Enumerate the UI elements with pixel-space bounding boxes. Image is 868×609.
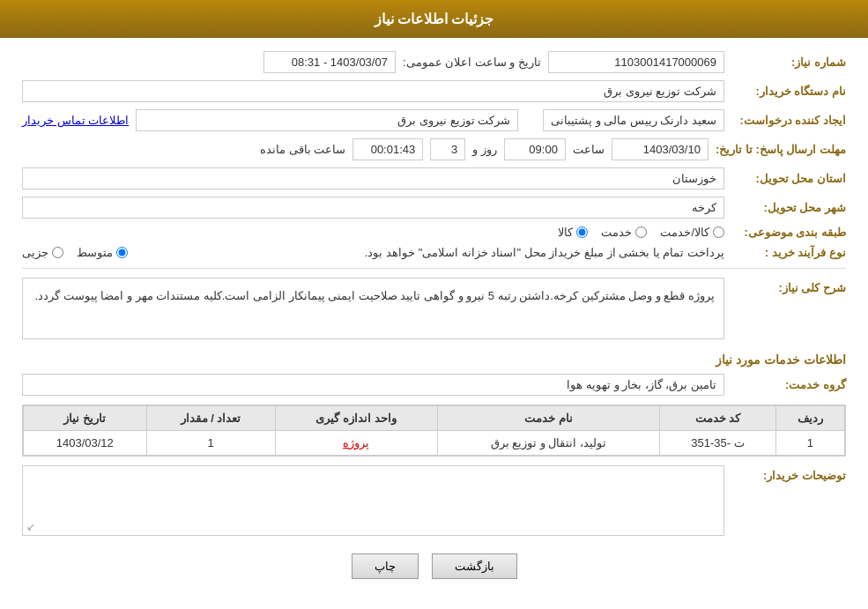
cell-unit: پروژه bbox=[275, 431, 437, 456]
province-row: استان محل تحویل: خوزستان bbox=[22, 167, 846, 189]
process-motavasset-label: متوسط bbox=[77, 246, 113, 259]
category-khedmat-item[interactable]: خدمت bbox=[601, 226, 647, 239]
announce-label: تاریخ و ساعت اعلان عمومی: bbox=[403, 56, 541, 69]
category-khedmat-radio[interactable] bbox=[635, 227, 647, 238]
col-code: کد خدمت bbox=[660, 406, 776, 431]
need-number-label: شماره نیاز: bbox=[731, 56, 846, 69]
service-group-label: گروه خدمت: bbox=[731, 378, 846, 391]
page-title: جزئیات اطلاعات نیاز bbox=[375, 11, 494, 26]
contact-link[interactable]: اطلاعات تماس خریدار bbox=[22, 114, 129, 127]
buyer-notes-label: توضیحات خریدار: bbox=[731, 469, 846, 482]
col-qty: تعداد / مقدار bbox=[146, 406, 275, 431]
category-row: طبقه بندی موضوعی: کالا/خدمت خدمت کالا bbox=[22, 226, 846, 239]
deadline-days-label: روز و bbox=[472, 143, 497, 156]
deadline-row: مهلت ارسال پاسخ: تا تاریخ: 1403/03/10 سا… bbox=[22, 138, 846, 160]
process-label: نوع فرآیند خرید : bbox=[731, 246, 846, 259]
description-text: پروژه قطع و وصل مشترکین کرخه.داشتن رتبه … bbox=[22, 278, 724, 339]
creator-row: ایجاد کننده درخواست: سعید دارنک رییس مال… bbox=[22, 109, 846, 131]
deadline-time: 09:00 bbox=[504, 138, 566, 160]
button-row: بازگشت چاپ bbox=[22, 553, 846, 579]
remaining-time: 00:01:43 bbox=[352, 138, 423, 160]
table-row: 1 ت -35-351 تولید، انتقال و توزیع برق پر… bbox=[24, 431, 845, 456]
table-header-row: ردیف کد خدمت نام خدمت واحد اندازه گیری ت… bbox=[24, 406, 845, 431]
col-unit: واحد اندازه گیری bbox=[275, 406, 437, 431]
process-row: نوع فرآیند خرید : پرداخت تمام یا بخشی از… bbox=[22, 246, 846, 259]
city-value: کرخه bbox=[22, 197, 724, 219]
services-section-label: اطلاعات خدمات مورد نیاز bbox=[22, 353, 846, 367]
description-label: شرح کلی نیاز: bbox=[731, 281, 846, 294]
category-kala-label: کالا bbox=[558, 226, 573, 239]
buyer-notes-section: توضیحات خریدار: bbox=[22, 465, 846, 536]
requester-org-row: نام دستگاه خریدار: شرکت توزیع نیروی برق bbox=[22, 80, 846, 102]
remaining-label: ساعت باقی مانده bbox=[260, 143, 345, 156]
city-row: شهر محل تحویل: کرخه bbox=[22, 197, 846, 219]
back-button[interactable]: بازگشت bbox=[432, 553, 517, 579]
deadline-label: مهلت ارسال پاسخ: تا تاریخ: bbox=[716, 143, 846, 156]
category-kala-khedmat-item[interactable]: کالا/خدمت bbox=[660, 226, 724, 239]
cell-radif: 1 bbox=[775, 431, 844, 456]
category-kala-khedmat-radio[interactable] bbox=[713, 227, 724, 238]
buyer-notes-area bbox=[22, 465, 724, 536]
requester-org-value: شرکت توزیع نیروی برق bbox=[22, 80, 724, 102]
deadline-days: 3 bbox=[430, 138, 465, 160]
services-table-wrapper: ردیف کد خدمت نام خدمت واحد اندازه گیری ت… bbox=[22, 405, 846, 457]
process-radio-group: پرداخت تمام یا بخشی از مبلغ خریداز محل "… bbox=[22, 246, 724, 259]
process-jozi-item[interactable]: جزیی bbox=[22, 246, 63, 259]
province-value: خوزستان bbox=[22, 167, 724, 189]
creator-label: ایجاد کننده درخواست: bbox=[731, 114, 846, 127]
creator-value: شرکت توزیع نیروی برق bbox=[136, 109, 518, 131]
services-table: ردیف کد خدمت نام خدمت واحد اندازه گیری ت… bbox=[23, 405, 845, 456]
need-number-value: 1103001417000069 bbox=[548, 51, 724, 73]
deadline-time-label: ساعت bbox=[573, 143, 605, 156]
process-jozi-label: جزیی bbox=[22, 246, 48, 259]
process-motavasset-item[interactable]: متوسط bbox=[77, 246, 128, 259]
requester-org-label: نام دستگاه خریدار: bbox=[731, 85, 846, 98]
service-group-row: گروه خدمت: تامین برق، گاز، بخار و تهویه … bbox=[22, 374, 846, 396]
category-kala-radio[interactable] bbox=[576, 227, 588, 238]
province-label: استان محل تحویل: bbox=[731, 172, 846, 185]
print-button[interactable]: چاپ bbox=[352, 553, 419, 579]
divider-1 bbox=[22, 268, 846, 269]
cell-name: تولید، انتقال و توزیع برق bbox=[437, 431, 659, 456]
cell-qty: 1 bbox=[146, 431, 275, 456]
description-section: شرح کلی نیاز: پروژه قطع و وصل مشترکین کر… bbox=[22, 278, 846, 339]
category-radio-group: کالا/خدمت خدمت کالا bbox=[22, 226, 724, 239]
process-motavasset-radio[interactable] bbox=[116, 247, 128, 258]
col-date: تاریخ نیاز bbox=[24, 406, 147, 431]
service-group-value: تامین برق، گاز، بخار و تهویه هوا bbox=[22, 374, 724, 396]
col-radif: ردیف bbox=[775, 406, 844, 431]
announce-value: 1403/03/07 - 08:31 bbox=[263, 51, 396, 73]
need-number-row: شماره نیاز: 1103001417000069 تاریخ و ساع… bbox=[22, 51, 846, 73]
content-area: شماره نیاز: 1103001417000069 تاریخ و ساع… bbox=[0, 38, 868, 609]
cell-code: ت -35-351 bbox=[660, 431, 776, 456]
deadline-date: 1403/03/10 bbox=[612, 138, 708, 160]
process-jozi-radio[interactable] bbox=[52, 247, 63, 258]
category-label: طبقه بندی موضوعی: bbox=[731, 226, 846, 239]
category-kala-item[interactable]: کالا bbox=[558, 226, 588, 239]
creator-detail: سعید دارنک رییس مالی و پشتیبانی bbox=[543, 109, 724, 131]
category-khedmat-label: خدمت bbox=[601, 226, 632, 239]
city-label: شهر محل تحویل: bbox=[731, 201, 846, 214]
col-name: نام خدمت bbox=[437, 406, 659, 431]
page-wrapper: جزئیات اطلاعات نیاز شماره نیاز: 11030014… bbox=[0, 0, 868, 609]
page-header: جزئیات اطلاعات نیاز bbox=[0, 0, 868, 38]
cell-date: 1403/03/12 bbox=[24, 431, 147, 456]
process-note: پرداخت تمام یا بخشی از مبلغ خریداز محل "… bbox=[141, 246, 724, 259]
category-kala-khedmat-label: کالا/خدمت bbox=[660, 226, 709, 239]
